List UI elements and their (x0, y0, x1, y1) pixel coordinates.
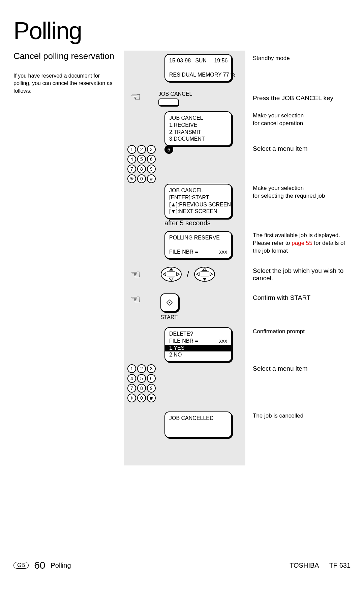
lcd-line: JOB CANCELLED (169, 415, 227, 422)
right-note: Make your selection (253, 112, 304, 120)
selected-key-indicator: 5 (164, 145, 173, 154)
job-cancel-caption: JOB CANCEL (158, 91, 192, 97)
key-0[interactable]: 0 (137, 174, 146, 183)
key-2[interactable]: 2 (137, 364, 146, 373)
lcd-menu: JOB CANCEL 1.RECEIVE 2.TRANSMIT 3.DOCUME… (164, 111, 232, 146)
slash-separator: / (187, 269, 189, 280)
right-note: Please refer to page 55 for details of t… (253, 239, 351, 255)
lcd-line-left: FILE NBR = (169, 249, 198, 256)
lcd-line-selected: 1.YES (165, 345, 231, 352)
lcd-line-right: xxx (219, 249, 227, 256)
pointing-hand-icon: ☞ (131, 293, 141, 305)
key-hash[interactable]: # (147, 394, 156, 402)
right-note: for selecting the required job (253, 192, 325, 200)
key-6[interactable]: 6 (147, 155, 156, 164)
lcd-line: 2.NO (169, 351, 227, 359)
page-link[interactable]: page 55 (292, 240, 312, 246)
key-5[interactable]: 5 (137, 374, 146, 383)
key-2[interactable]: 2 (137, 145, 146, 154)
right-note-standby: Standby mode (253, 55, 290, 62)
lcd-line: 15-03-98 SUN 19:56 (169, 57, 227, 64)
pointing-hand-icon: ☞ (131, 268, 141, 280)
right-step-select-menu2: Select a menu item (253, 365, 308, 372)
footer-brand: TOSHIBA (290, 562, 319, 569)
right-note: for cancel operation (253, 120, 304, 127)
key-star[interactable]: ✳ (127, 394, 136, 402)
lcd-cancelled: JOB CANCELLED (164, 411, 232, 438)
nav-pad-down-icon[interactable] (194, 266, 215, 282)
lcd-delete: DELETE? FILE NBR = xxx 1.YES 2.NO (164, 327, 232, 362)
lcd-line: DELETE? (169, 331, 227, 338)
lcd-line-left: FILE NBR = (169, 338, 198, 345)
lcd-line (169, 64, 227, 72)
pointing-hand-icon: ☞ (131, 91, 141, 103)
right-note: Make your selection (253, 184, 325, 192)
keypad[interactable]: 1 2 3 4 5 6 7 8 9 ✳ 0 # (127, 364, 156, 402)
key-7[interactable]: 7 (127, 165, 136, 173)
lcd-line (169, 241, 227, 249)
key-7[interactable]: 7 (127, 384, 136, 393)
lcd-line: POLLING RESERVE (169, 234, 227, 241)
after-text: after 5 seconds (164, 219, 211, 227)
footer: GB 60 Polling TOSHIBA TF 631 (13, 560, 351, 571)
lcd-line-right: xxx (219, 338, 227, 345)
lcd-line: JOB CANCEL (169, 115, 227, 122)
page-number: 60 (34, 560, 45, 571)
key-6[interactable]: 6 (147, 374, 156, 383)
key-9[interactable]: 9 (147, 384, 156, 393)
start-button[interactable] (160, 293, 179, 312)
right-step-select-job: Select the job which you wish to cancel. (253, 267, 347, 282)
right-step-press-jobcancel: Press the JOB CANCEL key (253, 94, 333, 102)
right-note-cancelled: The job is cancelled (253, 412, 303, 420)
key-4[interactable]: 4 (127, 155, 136, 164)
key-star[interactable]: ✳ (127, 174, 136, 183)
lcd-line: JOB CANCEL (169, 187, 227, 194)
footer-section: Polling (51, 562, 71, 569)
lcd-standby: 15-03-98 SUN 19:56 RESIDUAL MEMORY 77 % (164, 54, 232, 82)
lcd-line: [▼]:NEXT SCREEN (169, 208, 227, 215)
page-title: Polling (13, 17, 82, 45)
job-cancel-button[interactable] (158, 98, 179, 106)
right-step-confirm-start: Confirm with START (253, 294, 310, 302)
svg-point-6 (169, 302, 170, 303)
key-9[interactable]: 9 (147, 165, 156, 173)
lcd-polling-reserve: POLLING RESERVE FILE NBR = xxx (164, 231, 232, 259)
nav-pad-up-icon[interactable] (160, 266, 182, 282)
intro-text: If you have reserved a document for poll… (13, 72, 115, 95)
key-1[interactable]: 1 (127, 364, 136, 373)
key-5[interactable]: 5 (137, 155, 146, 164)
lcd-line: 3.DOCUMENT (169, 136, 227, 143)
right-note-confirm: Confirmation prompt (253, 328, 305, 336)
lcd-line: 2.TRANSMIT (169, 129, 227, 136)
language-badge: GB (13, 562, 29, 569)
lcd-line: [▲]:PREVIOUS SCREEN (169, 201, 227, 208)
key-0[interactable]: 0 (137, 394, 146, 402)
lcd-line: RESIDUAL MEMORY 77 % (169, 72, 227, 79)
lcd-jobcancel: JOB CANCEL [ENTER]:START [▲]:PREVIOUS SC… (164, 184, 232, 219)
footer-model: TF 631 (329, 562, 351, 569)
key-8[interactable]: 8 (137, 165, 146, 173)
lcd-line: [ENTER]:START (169, 194, 227, 201)
key-hash[interactable]: # (147, 174, 156, 183)
right-step-select-menu: Select a menu item (253, 145, 308, 152)
keypad[interactable]: 1 2 3 4 5 6 7 8 9 ✳ 0 # (127, 145, 156, 184)
key-8[interactable]: 8 (137, 384, 146, 393)
key-1[interactable]: 1 (127, 145, 136, 154)
key-4[interactable]: 4 (127, 374, 136, 383)
key-3[interactable]: 3 (147, 364, 156, 373)
start-label: START (160, 314, 179, 320)
lcd-line: 1.RECEIVE (169, 122, 227, 129)
key-3[interactable]: 3 (147, 145, 156, 154)
subtitle: Cancel polling reserva­tion (13, 51, 115, 62)
right-note: The first available job is displayed. (253, 232, 351, 239)
